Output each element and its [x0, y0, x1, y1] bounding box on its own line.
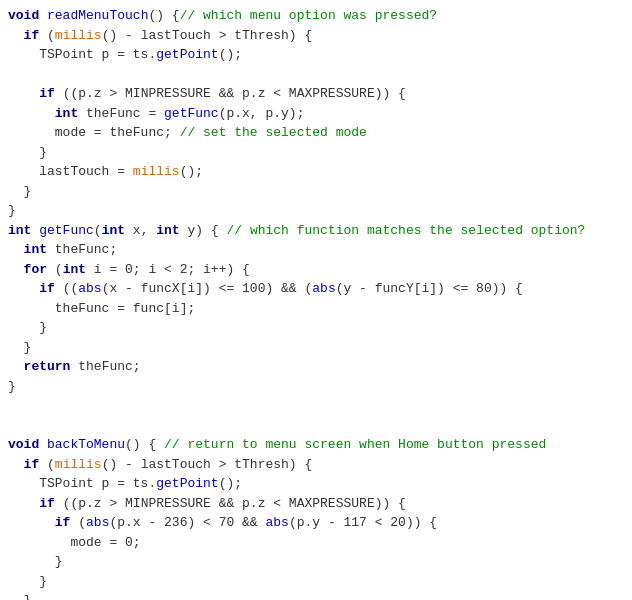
code-line: if ((abs(x - funcX[i]) <= 100) && (abs(y… [8, 279, 624, 299]
code-line [8, 416, 624, 436]
code-line: } [8, 318, 624, 338]
code-line: for (int i = 0; i < 2; i++) { [8, 260, 624, 280]
code-container: void readMenuTouch() {// which menu opti… [0, 0, 632, 600]
code-line: if (millis() - lastTouch > tThresh) { [8, 26, 624, 46]
code-line: void readMenuTouch() {// which menu opti… [8, 6, 624, 26]
code-line: } [8, 552, 624, 572]
code-line: } [8, 338, 624, 358]
code-line: mode = theFunc; // set the selected mode [8, 123, 624, 143]
code-line: } [8, 182, 624, 202]
code-line: int theFunc; [8, 240, 624, 260]
code-line: } [8, 143, 624, 163]
code-block: void readMenuTouch() {// which menu opti… [8, 6, 624, 600]
code-line: if (millis() - lastTouch > tThresh) { [8, 455, 624, 475]
code-line: int getFunc(int x, int y) { // which fun… [8, 221, 624, 241]
code-line: } [8, 201, 624, 221]
code-line: if (abs(p.x - 236) < 70 && abs(p.y - 117… [8, 513, 624, 533]
code-line: } [8, 377, 624, 397]
code-line: if ((p.z > MINPRESSURE && p.z < MAXPRESS… [8, 494, 624, 514]
code-line: TSPoint p = ts.getPoint(); [8, 474, 624, 494]
code-line: void backToMenu() { // return to menu sc… [8, 435, 624, 455]
code-line: } [8, 591, 624, 600]
code-line: } [8, 572, 624, 592]
code-line: TSPoint p = ts.getPoint(); [8, 45, 624, 65]
code-line: lastTouch = millis(); [8, 162, 624, 182]
code-line [8, 396, 624, 416]
code-line: if ((p.z > MINPRESSURE && p.z < MAXPRESS… [8, 84, 624, 104]
code-line [8, 65, 624, 85]
code-line: mode = 0; [8, 533, 624, 553]
code-line: int theFunc = getFunc(p.x, p.y); [8, 104, 624, 124]
code-line: theFunc = func[i]; [8, 299, 624, 319]
code-line: return theFunc; [8, 357, 624, 377]
